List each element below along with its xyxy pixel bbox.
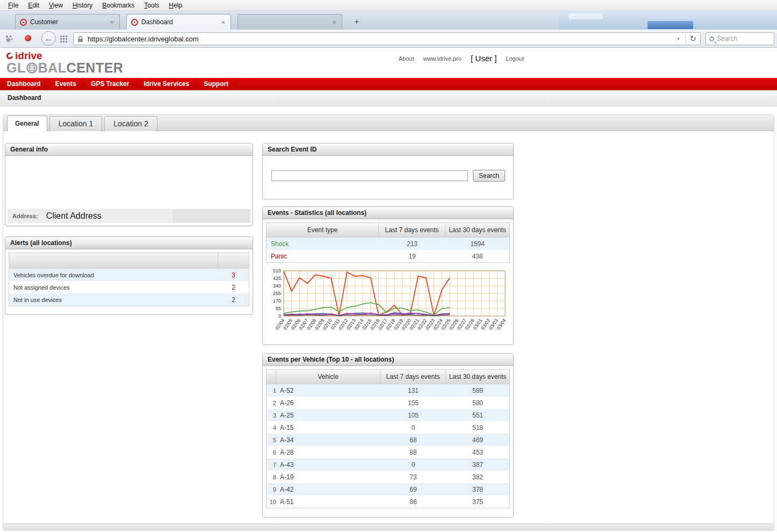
user-label[interactable]: [ User ] [471,54,497,63]
tab-close-icon[interactable]: × [220,18,226,26]
logo-brand: idrive [15,51,42,61]
last30-value: 551 [446,412,509,419]
last7-value: 105 [380,412,446,419]
menu-item[interactable]: View [44,1,68,10]
browser-search[interactable] [706,32,774,45]
search-icon[interactable] [709,37,714,41]
last30-value: 438 [445,253,509,260]
last30-value: 387 [446,461,509,469]
record-icon[interactable] [25,35,31,41]
logout-link[interactable]: Logout [506,55,524,62]
menu-item[interactable]: Edit [23,1,44,10]
vehicles-table: Vehicle Last 7 days events Last 30 days … [266,369,510,508]
bookmarks-grid-icon[interactable] [60,35,67,45]
event-id-input[interactable] [271,170,468,181]
browser-search-input[interactable] [717,35,768,42]
idrive-logo[interactable]: idrive GL BAL CENTER [6,51,123,75]
statistics-table: Event type Last 7 days events Last 30 da… [266,222,510,263]
menu-item[interactable]: History [68,1,97,10]
events-statistics-panel: Events - Statistics (all locations) Even… [262,206,514,345]
svg-text:85: 85 [276,306,281,311]
vehicle-name: A-51 [276,498,380,506]
vehicle-row: 6 A-28 88 453 [267,446,509,458]
back-arrow-icon: ← [45,34,53,44]
address-row: Address: Client Address [8,209,250,223]
menu-item[interactable]: File [3,1,23,10]
search-button[interactable]: Search [473,170,505,182]
vehicle-row: 9 A-42 69 378 [267,483,509,495]
column-header: Last 30 days events [446,370,509,384]
nav-item[interactable]: Dashboard [0,78,48,90]
main-nav: DashboardEventsGPS TrackerIdrive Service… [0,78,777,90]
column-header: Last 30 days events [445,223,509,237]
svg-text:340: 340 [273,283,281,289]
nav-item[interactable]: Support [197,78,236,90]
back-button[interactable]: ← [41,31,56,46]
event-type: Shock [267,240,379,248]
last7-value: 0 [380,424,446,432]
vehicle-row: 5 A-34 68 469 [267,434,509,446]
nav-item[interactable]: Idrive Services [136,78,197,90]
nav-item[interactable]: GPS Tracker [84,78,136,90]
alert-row: Not in use devices 2 [9,293,249,306]
tab-location-1[interactable]: Location 1 [49,116,103,131]
tab-general[interactable]: General [7,116,47,131]
logo-center: CENTER [67,61,124,75]
tab-close-icon[interactable]: × [109,18,115,26]
tab-location-2[interactable]: Location 2 [104,116,157,131]
url-text[interactable]: https://globalcenter.idriveglobal.com [88,35,672,43]
menu-item[interactable]: Bookmarks [97,1,139,10]
last30-value: 469 [446,436,509,444]
browser-tab-customer[interactable]: Customer × [15,14,120,30]
aero-glass [559,11,777,30]
last30-value: 453 [446,449,509,456]
svg-text:425: 425 [273,276,281,281]
vehicle-row: 4 A-15 0 518 [267,421,509,434]
vehicle-rank: 5 [267,437,276,443]
container-footer [3,523,774,531]
vehicle-rank: 8 [267,474,276,480]
reload-icon[interactable]: ↻ [685,34,696,44]
browser-tabbar: Customer × Dashboard × × + [0,11,777,30]
last7-value: 69 [380,486,446,493]
tab-title: Customer [30,18,105,26]
alerts-table: Vehicles overdue for download 3 Not assi… [9,253,249,306]
browser-navbar: ← https://globalcenter.idriveglobal.com … [0,30,777,48]
vehicle-rank: 7 [267,462,276,468]
menu-item[interactable]: Help [164,1,187,10]
lock-icon[interactable] [77,35,83,42]
url-bar[interactable]: https://globalcenter.idriveglobal.com ▼ … [73,32,701,45]
vehicle-row: 2 A-26 155 580 [267,397,509,409]
column-header: Last 7 days events [379,223,445,237]
panel-title: Events per Vehicle (Top 10 - all locatio… [263,354,513,366]
about-link[interactable]: About [399,55,414,62]
nav-item[interactable]: Events [48,78,84,90]
idrive-favicon-icon [20,19,27,26]
last30-value: 378 [446,486,509,493]
menu-item[interactable]: Tools [139,1,164,10]
dashboard-content: General info Address: Client Address Ale… [3,131,774,523]
browser-tab-blank[interactable]: × [238,14,342,30]
column-header: Vehicle [276,370,380,384]
new-tab-button[interactable]: + [350,16,364,27]
last7-value: 19 [379,253,445,260]
browser-tab-dashboard[interactable]: Dashboard × [126,14,231,30]
tab-close-icon[interactable]: × [331,18,337,26]
aero-highlight [569,13,603,19]
alert-count: 2 [218,296,249,304]
addon-icon[interactable] [5,34,13,42]
svg-text:170: 170 [273,298,281,304]
vehicle-rank: 10 [267,499,276,505]
url-dropdown-icon[interactable]: ▼ [672,37,686,41]
last30-value: 580 [446,399,509,407]
general-info-panel: General info Address: Client Address [5,143,253,226]
last7-value: 213 [379,240,445,248]
column-header: Event type [267,223,379,237]
alert-label: Not in use devices [9,297,218,303]
logo-global-left: GL [6,61,26,75]
site-link[interactable]: www.idrive.pro [423,55,462,62]
last30-value: 589 [446,387,509,394]
dashboard-tabstrip: General Location 1 Location 2 [3,115,774,131]
dashboard-tabs-container: General Location 1 Location 2 General in… [3,114,774,531]
svg-text:255: 255 [273,291,281,296]
